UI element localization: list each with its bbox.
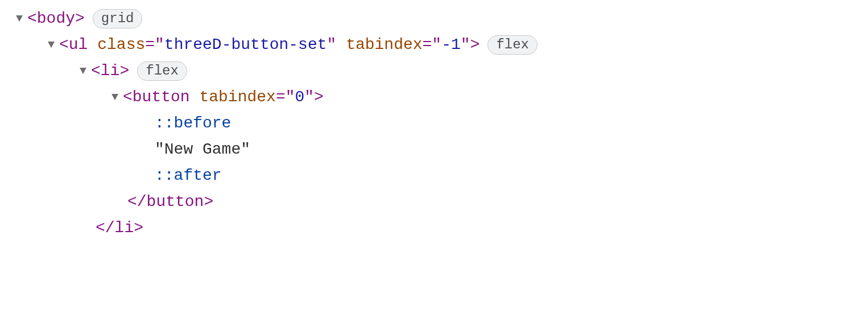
close-tag-button[interactable]: </button> bbox=[0, 189, 868, 215]
disclosure-triangle-icon[interactable]: ▼ bbox=[75, 63, 91, 80]
layout-badge-flex[interactable]: flex bbox=[487, 35, 538, 55]
attr-quote: " bbox=[304, 88, 314, 106]
pseudo-element-after: ::after bbox=[155, 164, 222, 188]
tag-name-body: body bbox=[37, 10, 75, 27]
dom-node-ul[interactable]: ▼ <ul class="threeD-button-set" tabindex… bbox=[0, 32, 868, 58]
attr-eq: =" bbox=[145, 36, 164, 53]
dom-node-li[interactable]: ▼ <li> flex bbox=[0, 58, 868, 84]
attr-val-class: threeD-button-set bbox=[164, 36, 327, 53]
attr-name-tabindex: tabindex bbox=[199, 88, 275, 106]
disclosure-triangle-icon[interactable]: ▼ bbox=[43, 36, 59, 53]
pseudo-before[interactable]: ▼ ::before bbox=[0, 110, 868, 137]
dom-node-button[interactable]: ▼ <button tabindex="0"> bbox=[0, 84, 868, 110]
pseudo-element-before: ::before bbox=[155, 112, 231, 135]
text-content: "New Game" bbox=[155, 138, 250, 162]
attr-val-tabindex: -1 bbox=[441, 36, 461, 53]
tag-name-button: button bbox=[133, 88, 190, 106]
layout-badge-flex[interactable]: flex bbox=[137, 61, 187, 81]
attr-val-tabindex: 0 bbox=[295, 88, 304, 106]
tag-open-bracket: < bbox=[27, 10, 37, 27]
layout-badge-grid[interactable]: grid bbox=[93, 9, 143, 29]
tag-open-bracket: < bbox=[123, 88, 133, 106]
tag-open-bracket: < bbox=[59, 36, 69, 53]
tag-close-bracket: > bbox=[119, 62, 129, 80]
attr-quote: " bbox=[327, 36, 337, 53]
tag-open-bracket: < bbox=[91, 62, 101, 80]
attr-quote: " bbox=[461, 36, 470, 53]
closing-tag-li: </li> bbox=[96, 216, 143, 240]
tag-close-bracket: > bbox=[470, 36, 480, 53]
tag-name-li: li bbox=[101, 62, 120, 80]
tag-name-ul: ul bbox=[69, 36, 88, 53]
dom-node-body[interactable]: ▼ <body> grid bbox=[0, 6, 868, 32]
attr-eq: =" bbox=[276, 88, 295, 106]
closing-tag-button: </button> bbox=[127, 190, 213, 214]
tag-close-bracket: > bbox=[75, 10, 85, 27]
disclosure-triangle-icon[interactable]: ▼ bbox=[11, 10, 27, 27]
attr-name-tabindex: tabindex bbox=[346, 36, 422, 53]
disclosure-triangle-icon[interactable]: ▼ bbox=[107, 89, 123, 106]
tag-close-bracket: > bbox=[314, 88, 324, 106]
close-tag-li[interactable]: </li> bbox=[0, 215, 868, 241]
text-node[interactable]: ▼ "New Game" bbox=[0, 137, 868, 163]
pseudo-after[interactable]: ▼ ::after bbox=[0, 163, 868, 189]
attr-eq: =" bbox=[423, 36, 442, 53]
attr-name-class: class bbox=[97, 36, 145, 53]
